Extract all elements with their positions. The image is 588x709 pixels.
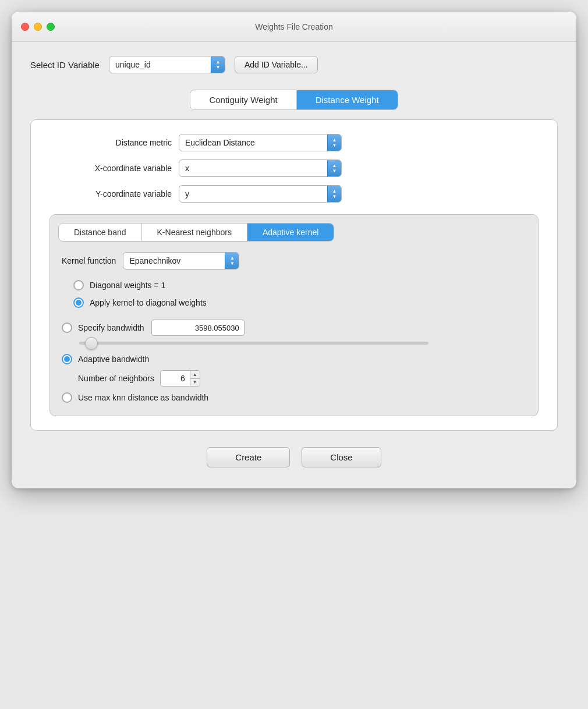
bandwidth-input[interactable] bbox=[151, 320, 245, 336]
specify-bandwidth-row: Specify bandwidth bbox=[62, 320, 526, 336]
bandwidth-section: Specify bandwidth bbox=[62, 320, 526, 345]
down-arrow-icon: ▼ bbox=[332, 194, 337, 199]
window-title: Weights File Creation bbox=[255, 22, 333, 31]
radio-max-knn[interactable]: Use max knn distance as bandwidth bbox=[62, 392, 208, 403]
neighbors-down-arrow[interactable]: ▼ bbox=[190, 379, 200, 387]
radio-specify-bandwidth[interactable]: Specify bandwidth bbox=[62, 322, 144, 333]
id-variable-label: Select ID Variable bbox=[30, 60, 100, 70]
sub-tab-group: Distance band K-Nearest neighbors Adapti… bbox=[58, 223, 334, 242]
tab-knn[interactable]: K-Nearest neighbors bbox=[142, 224, 247, 241]
x-coord-label: X-coordinate variable bbox=[49, 164, 172, 173]
radio-apply-kernel-circle bbox=[73, 297, 84, 308]
main-window: Weights File Creation Select ID Variable… bbox=[12, 12, 576, 488]
bandwidth-slider-thumb[interactable] bbox=[85, 337, 98, 350]
tab-contiguity-weight[interactable]: Contiguity Weight bbox=[190, 90, 296, 109]
bandwidth-slider-track[interactable] bbox=[79, 342, 428, 345]
radio-specify-bandwidth-circle bbox=[62, 322, 72, 333]
down-arrow-icon: ▼ bbox=[332, 169, 337, 173]
up-arrow-icon: ▲ bbox=[332, 138, 337, 143]
neighbors-spinner[interactable]: 6 ▲ ▼ bbox=[160, 370, 200, 387]
distance-metric-select[interactable]: Euclidean Distance ▲ ▼ bbox=[179, 134, 342, 151]
up-arrow-icon: ▲ bbox=[215, 60, 220, 65]
main-tab-group: Contiguity Weight Distance Weight bbox=[190, 90, 398, 110]
tab-distance-band[interactable]: Distance band bbox=[59, 224, 142, 241]
radio-adaptive-bandwidth-label: Adaptive bandwidth bbox=[78, 354, 149, 364]
tab-distance-weight[interactable]: Distance Weight bbox=[297, 90, 398, 109]
adaptive-bandwidth-row: Adaptive bandwidth bbox=[62, 354, 526, 364]
inner-panel-body: Kernel function Epanechnikov ▲ ▼ bbox=[50, 242, 538, 416]
y-coord-spinner[interactable]: ▲ ▼ bbox=[327, 186, 341, 202]
up-arrow-icon: ▲ bbox=[230, 256, 235, 261]
maximize-button[interactable] bbox=[47, 23, 55, 31]
y-coord-row: Y-coordinate variable y ▲ ▼ bbox=[49, 185, 539, 203]
footer: Create Close bbox=[30, 431, 558, 472]
neighbors-arrows[interactable]: ▲ ▼ bbox=[190, 371, 200, 386]
distance-metric-row: Distance metric Euclidean Distance ▲ ▼ bbox=[49, 134, 539, 151]
up-arrow-icon: ▲ bbox=[332, 189, 337, 194]
add-id-variable-button[interactable]: Add ID Variable... bbox=[235, 56, 318, 73]
radio-max-knn-circle bbox=[62, 392, 72, 403]
neighbors-row: Number of neighbors 6 ▲ ▼ bbox=[62, 370, 526, 387]
create-button[interactable]: Create bbox=[207, 447, 290, 467]
radio-diagonal-weights-label: Diagonal weights = 1 bbox=[90, 281, 165, 290]
content-area: Select ID Variable unique_id ▲ ▼ Add ID … bbox=[12, 42, 576, 488]
neighbors-value: 6 bbox=[161, 374, 190, 383]
sub-tabs-header: Distance band K-Nearest neighbors Adapti… bbox=[50, 215, 538, 242]
kernel-function-row: Kernel function Epanechnikov ▲ ▼ bbox=[62, 252, 526, 270]
titlebar: Weights File Creation bbox=[12, 12, 576, 42]
id-variable-select[interactable]: unique_id ▲ ▼ bbox=[109, 56, 225, 73]
main-panel: Distance metric Euclidean Distance ▲ ▼ X… bbox=[30, 119, 558, 431]
radio-diagonal-weights[interactable]: Diagonal weights = 1 bbox=[73, 280, 526, 290]
diagonal-radio-group: Diagonal weights = 1 Apply kernel to dia… bbox=[62, 280, 526, 308]
main-tabs: Contiguity Weight Distance Weight bbox=[30, 90, 558, 110]
down-arrow-icon: ▼ bbox=[215, 65, 220, 70]
id-variable-value: unique_id bbox=[109, 60, 211, 69]
distance-metric-label: Distance metric bbox=[49, 138, 172, 147]
y-coord-value: y bbox=[179, 189, 327, 198]
kernel-function-value: Epanechnikov bbox=[123, 256, 225, 265]
y-coord-label: Y-coordinate variable bbox=[49, 189, 172, 198]
minimize-button[interactable] bbox=[34, 23, 42, 31]
up-arrow-icon: ▲ bbox=[332, 164, 337, 168]
radio-specify-bandwidth-label: Specify bandwidth bbox=[78, 323, 144, 332]
radio-diagonal-weights-circle bbox=[73, 280, 84, 290]
close-button[interactable]: Close bbox=[302, 447, 381, 467]
close-button[interactable] bbox=[21, 23, 29, 31]
id-variable-row: Select ID Variable unique_id ▲ ▼ Add ID … bbox=[30, 56, 558, 73]
x-coord-select[interactable]: x ▲ ▼ bbox=[179, 159, 342, 177]
radio-adaptive-bandwidth[interactable]: Adaptive bandwidth bbox=[62, 354, 149, 364]
slider-container bbox=[62, 342, 526, 345]
x-coord-spinner[interactable]: ▲ ▼ bbox=[327, 160, 341, 176]
kernel-function-label: Kernel function bbox=[62, 256, 116, 265]
tab-adaptive-kernel[interactable]: Adaptive kernel bbox=[247, 224, 334, 241]
radio-apply-kernel[interactable]: Apply kernel to diagonal weights bbox=[73, 297, 526, 308]
traffic-lights bbox=[21, 23, 55, 31]
neighbors-label: Number of neighbors bbox=[62, 374, 154, 383]
distance-metric-spinner[interactable]: ▲ ▼ bbox=[327, 134, 341, 151]
neighbors-up-arrow[interactable]: ▲ bbox=[190, 371, 200, 379]
id-variable-spinner[interactable]: ▲ ▼ bbox=[211, 56, 225, 73]
radio-adaptive-bandwidth-circle bbox=[62, 354, 72, 364]
kernel-function-select[interactable]: Epanechnikov ▲ ▼ bbox=[123, 252, 239, 270]
sub-tabs-container: Distance band K-Nearest neighbors Adapti… bbox=[49, 214, 539, 416]
max-knn-row: Use max knn distance as bandwidth bbox=[62, 392, 526, 403]
down-arrow-icon: ▼ bbox=[230, 261, 235, 266]
radio-max-knn-label: Use max knn distance as bandwidth bbox=[78, 393, 208, 402]
distance-metric-value: Euclidean Distance bbox=[179, 138, 327, 147]
y-coord-select[interactable]: y ▲ ▼ bbox=[179, 185, 342, 203]
down-arrow-icon: ▼ bbox=[332, 143, 337, 148]
adaptive-bandwidth-section: Adaptive bandwidth Number of neighbors 6… bbox=[62, 354, 526, 403]
x-coord-value: x bbox=[179, 164, 327, 173]
x-coord-row: X-coordinate variable x ▲ ▼ bbox=[49, 159, 539, 177]
kernel-function-spinner[interactable]: ▲ ▼ bbox=[225, 253, 239, 269]
radio-apply-kernel-label: Apply kernel to diagonal weights bbox=[90, 298, 207, 307]
